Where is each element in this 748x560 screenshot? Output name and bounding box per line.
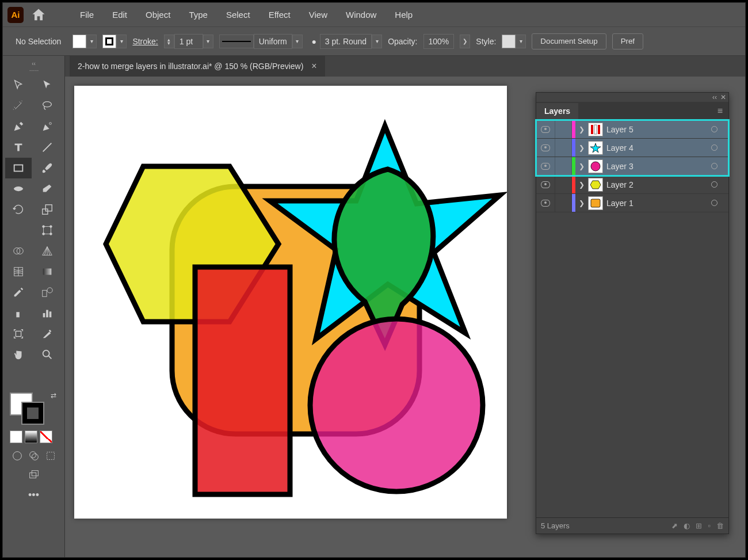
- delete-layer-icon[interactable]: 🗑: [716, 521, 724, 530]
- visibility-toggle[interactable]: [536, 126, 555, 133]
- shaper-tool[interactable]: [5, 178, 32, 199]
- fill-swatch[interactable]: ▾: [72, 35, 97, 48]
- toolbox-grip[interactable]: [5, 68, 62, 73]
- new-layer-icon[interactable]: ▫: [708, 521, 711, 530]
- color-mode-icon[interactable]: [10, 431, 22, 443]
- layer-row[interactable]: ❯ Layer 1: [536, 194, 728, 212]
- home-icon[interactable]: [30, 7, 47, 23]
- panel-menu-icon[interactable]: ≡: [712, 106, 728, 116]
- menu-edit[interactable]: Edit: [104, 6, 135, 23]
- width-tool[interactable]: [5, 220, 32, 241]
- menu-effect[interactable]: Effect: [261, 6, 299, 23]
- fill-stroke-picker[interactable]: ⇄: [5, 393, 62, 427]
- lock-toggle[interactable]: [555, 194, 572, 212]
- document-setup-button[interactable]: Document Setup: [532, 33, 606, 49]
- stroke-swatch[interactable]: ▾: [102, 35, 127, 48]
- menu-window[interactable]: Window: [338, 6, 384, 23]
- layer-name[interactable]: Layer 1: [606, 199, 707, 208]
- draw-normal-icon[interactable]: [10, 448, 24, 464]
- hand-tool[interactable]: [5, 344, 32, 365]
- none-mode-icon[interactable]: [40, 431, 52, 443]
- layer-name[interactable]: Layer 4: [606, 143, 707, 153]
- panel-collapse-icon[interactable]: ‹‹: [712, 93, 717, 101]
- draw-inside-icon[interactable]: [43, 448, 58, 464]
- symbol-sprayer-tool[interactable]: [5, 303, 32, 323]
- graphic-style[interactable]: ▾: [502, 35, 526, 48]
- opacity-label[interactable]: Opacity:: [388, 37, 417, 46]
- layers-panel[interactable]: ‹‹ ✕ Layers ≡ ❯ Layer 5 ❯: [536, 92, 729, 534]
- perspective-grid-tool[interactable]: [34, 241, 60, 261]
- expand-icon[interactable]: ❯: [575, 144, 588, 152]
- direct-selection-tool[interactable]: [34, 75, 60, 96]
- eraser-tool[interactable]: [34, 178, 60, 199]
- visibility-toggle[interactable]: [536, 144, 555, 151]
- visibility-toggle[interactable]: [536, 181, 555, 188]
- slice-tool[interactable]: [34, 323, 60, 344]
- gradient-mode-icon[interactable]: [25, 431, 37, 443]
- paintbrush-tool[interactable]: [34, 158, 60, 178]
- expand-icon[interactable]: ❯: [575, 162, 588, 170]
- menu-file[interactable]: File: [72, 6, 102, 23]
- curvature-tool[interactable]: [34, 116, 60, 137]
- target-icon[interactable]: [707, 125, 722, 134]
- brush-definition[interactable]: ● 3 pt. Round ▾: [308, 34, 382, 49]
- stroke-color[interactable]: [21, 402, 44, 425]
- opacity-dropdown[interactable]: ❯: [460, 35, 470, 48]
- layers-panel-tab[interactable]: Layers: [536, 103, 578, 119]
- mesh-tool[interactable]: [5, 261, 32, 282]
- blend-tool[interactable]: [34, 282, 60, 303]
- line-tool[interactable]: [34, 137, 60, 158]
- eyedropper-tool[interactable]: [5, 282, 32, 303]
- menu-object[interactable]: Object: [138, 6, 178, 23]
- lock-toggle[interactable]: [555, 120, 572, 138]
- rectangle-tool[interactable]: [5, 158, 32, 178]
- layers-empty-area[interactable]: [536, 212, 728, 517]
- close-tab-icon[interactable]: ×: [311, 61, 316, 71]
- visibility-toggle[interactable]: [536, 163, 555, 170]
- menu-select[interactable]: Select: [218, 6, 258, 23]
- column-graph-tool[interactable]: [34, 303, 60, 323]
- lock-toggle[interactable]: [555, 157, 572, 175]
- layer-row[interactable]: ❯ Layer 2: [536, 176, 728, 194]
- lock-toggle[interactable]: [555, 139, 572, 157]
- layer-name[interactable]: Layer 5: [606, 125, 707, 134]
- type-tool[interactable]: [5, 137, 32, 158]
- artboard-tool[interactable]: [5, 323, 32, 344]
- make-clipping-mask-icon[interactable]: ◐: [684, 521, 690, 530]
- opacity-value[interactable]: 100%: [423, 34, 455, 49]
- document-tab[interactable]: 2-how to merge layers in illustrator.ai*…: [70, 56, 325, 77]
- zoom-tool[interactable]: [34, 344, 60, 365]
- create-sublayer-icon[interactable]: ⊞: [696, 521, 702, 530]
- layer-row[interactable]: ❯ Layer 4: [536, 139, 728, 157]
- preferences-button[interactable]: Pref: [612, 33, 643, 49]
- edit-toolbar-icon[interactable]: •••: [5, 483, 62, 507]
- target-icon[interactable]: [707, 180, 722, 189]
- target-icon[interactable]: [707, 199, 722, 208]
- stroke-weight-input[interactable]: ▴▾ 1 pt ▾: [164, 34, 213, 49]
- shape-builder-tool[interactable]: [5, 241, 32, 261]
- expand-icon[interactable]: ❯: [575, 199, 588, 207]
- menu-view[interactable]: View: [301, 6, 335, 23]
- variable-width-profile[interactable]: Uniform ▾: [219, 34, 303, 49]
- selection-tool[interactable]: [5, 75, 32, 96]
- swap-fill-stroke-icon[interactable]: ⇄: [51, 391, 56, 399]
- layer-row[interactable]: ❯ Layer 3: [536, 157, 728, 176]
- target-icon[interactable]: [707, 143, 722, 153]
- menu-type[interactable]: Type: [181, 6, 216, 23]
- rotate-tool[interactable]: [5, 199, 32, 220]
- free-transform-tool[interactable]: [34, 220, 60, 241]
- gradient-tool[interactable]: [34, 261, 60, 282]
- artboard[interactable]: [74, 86, 507, 519]
- lasso-tool[interactable]: [34, 96, 60, 116]
- menu-help[interactable]: Help: [387, 6, 421, 23]
- lock-toggle[interactable]: [555, 176, 572, 193]
- pen-tool[interactable]: [5, 116, 32, 137]
- layer-row[interactable]: ❯ Layer 5: [536, 120, 728, 139]
- visibility-toggle[interactable]: [536, 200, 555, 207]
- magic-wand-tool[interactable]: [5, 96, 32, 116]
- panel-close-icon[interactable]: ✕: [720, 93, 726, 101]
- draw-behind-icon[interactable]: [26, 448, 41, 464]
- scale-tool[interactable]: [34, 199, 60, 220]
- layer-name[interactable]: Layer 3: [606, 162, 707, 171]
- expand-icon[interactable]: ❯: [575, 125, 588, 134]
